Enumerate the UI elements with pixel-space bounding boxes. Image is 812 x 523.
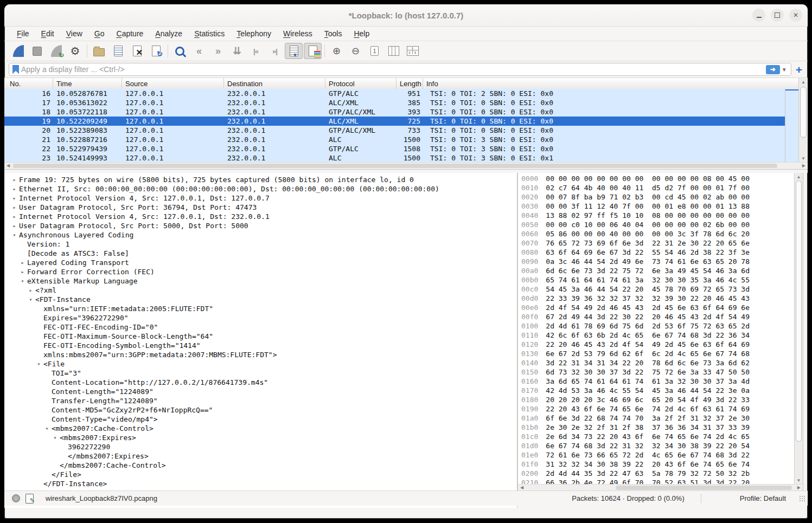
hex-row[interactable]: 007076 65 72 73 69 6f 6e 3d 22 31 2e 30 … bbox=[521, 238, 794, 248]
packet-list-vscroll-thumb[interactable] bbox=[800, 87, 807, 138]
hex-row[interactable]: 01a06f 6e 3d 22 68 74 74 70 3a 2f 2f 31 … bbox=[521, 414, 794, 423]
save-file-button[interactable] bbox=[109, 43, 127, 59]
auto-scroll-button[interactable]: ▼ bbox=[285, 43, 303, 59]
menu-file[interactable]: File bbox=[12, 28, 34, 39]
detail-row[interactable]: ▾Asynchronous Layered Coding bbox=[4, 230, 517, 240]
hex-bytes[interactable]: 13 88 02 97 ff f5 10 10 08 00 00 00 00 0… bbox=[546, 211, 750, 219]
zoom-in-button[interactable]: ⊕ bbox=[328, 43, 346, 59]
hex-bytes[interactable]: 72 61 6e 73 66 65 72 2d 4c 65 6e 67 74 6… bbox=[546, 451, 750, 459]
detail-row[interactable]: xmlns="urn:IETF:metadata:2005:FLUTE:FDT" bbox=[4, 304, 517, 313]
detail-row[interactable]: ▸Frame 19: 725 bytes on wire (5800 bits)… bbox=[4, 175, 517, 184]
hex-row[interactable]: 01e072 61 6e 73 66 65 72 2d 4c 65 6e 67 … bbox=[521, 450, 794, 460]
start-capture-button[interactable] bbox=[9, 43, 27, 59]
last-packet-button[interactable]: »| bbox=[266, 43, 284, 59]
tree-collapsed-icon[interactable]: ▸ bbox=[10, 221, 19, 230]
column-header-length[interactable]: Length bbox=[397, 78, 423, 89]
detail-row[interactable]: ▸Internet Protocol Version 4, Src: 127.0… bbox=[4, 193, 517, 203]
hex-bytes[interactable]: 6d 73 32 30 30 37 3d 22 75 72 6e 3a 33 4… bbox=[546, 368, 750, 376]
hex-bytes[interactable]: 3d 22 31 34 31 34 22 20 78 6d 6c 6e 73 3… bbox=[546, 359, 750, 367]
hex-bytes[interactable]: 00 00 00 00 00 00 00 00 00 00 00 00 08 0… bbox=[546, 175, 750, 183]
hex-bytes[interactable]: 6e 67 74 68 3d 22 31 32 32 34 30 38 39 2… bbox=[546, 442, 750, 450]
detail-row[interactable]: ▸Forward Error Correction (FEC) bbox=[4, 267, 517, 276]
hex-row[interactable]: 00a06d 6c 6e 73 3d 22 75 72 6e 3a 49 45 … bbox=[521, 266, 794, 275]
packet-row-21[interactable]: 2110.522887216127.0.0.1232.0.0.1ALC1500T… bbox=[4, 135, 785, 144]
hex-bytes[interactable]: 54 45 3a 46 44 54 22 20 45 78 70 69 72 6… bbox=[546, 285, 750, 293]
detail-row[interactable]: ▸Layered Coding Transport bbox=[4, 258, 517, 267]
packet-row-20[interactable]: 2010.522389083127.0.0.1232.0.0.1GTP/ALC/… bbox=[4, 126, 785, 135]
display-filter-input[interactable]: Apply a display filter ... <Ctrl-/> ➜ ▼ bbox=[9, 63, 791, 76]
menu-telephony[interactable]: Telephony bbox=[232, 28, 276, 39]
scroll-left-icon[interactable]: ◀ bbox=[7, 163, 10, 168]
zoom-out-button[interactable]: ⊖ bbox=[347, 43, 365, 59]
detail-row[interactable]: TOI="3" bbox=[4, 369, 517, 378]
tree-collapsed-icon[interactable]: ▸ bbox=[10, 175, 19, 184]
hex-bytes[interactable]: 65 74 61 64 61 74 61 3a 32 30 30 35 3a 4… bbox=[546, 276, 750, 284]
close-file-button[interactable]: ✕ bbox=[128, 43, 146, 59]
hex-row[interactable]: 00b065 74 61 64 61 74 61 3a 32 30 30 35 … bbox=[521, 275, 794, 285]
scroll-right-icon[interactable]: ▶ bbox=[797, 485, 801, 490]
hex-row[interactable]: 011042 6c 6f 63 6b 2d 4c 65 6e 67 74 68 … bbox=[521, 331, 794, 340]
hex-vscrollbar[interactable]: ▲ ▼ bbox=[794, 173, 803, 485]
hex-bytes[interactable]: 00 00 3f 11 12 40 7f 00 00 01 e8 00 00 0… bbox=[546, 202, 750, 210]
detail-row[interactable]: ▾<mbms2007:Cache-Control> bbox=[4, 424, 517, 433]
column-header-time[interactable]: Time bbox=[53, 78, 122, 89]
colorize-button[interactable] bbox=[304, 43, 322, 59]
hex-bytes[interactable]: 42 4d 53 3a 46 4c 55 54 45 3a 46 44 54 2… bbox=[546, 386, 750, 395]
layout-panes-button[interactable]: 123 bbox=[404, 43, 421, 59]
go-forward-button[interactable]: » bbox=[209, 43, 227, 59]
hex-row[interactable]: 00900a 3c 46 44 54 2d 49 6e 73 74 61 6e … bbox=[521, 257, 794, 266]
hex-bytes[interactable]: 63 6f 64 69 6e 67 3d 22 55 54 46 2d 38 2… bbox=[546, 248, 750, 256]
detail-row[interactable]: ▾<mbms2007:Expires> bbox=[4, 433, 517, 442]
tree-collapsed-icon[interactable]: ▸ bbox=[10, 193, 19, 203]
add-filter-button-icon[interactable]: + bbox=[795, 64, 803, 75]
detail-row[interactable]: </mbms2007:Cache-Control> bbox=[4, 461, 517, 470]
menu-edit[interactable]: Edit bbox=[36, 28, 59, 39]
hex-row[interactable]: 018020 20 20 20 3c 46 69 6c 65 20 54 4f … bbox=[521, 395, 794, 404]
tree-expanded-icon[interactable]: ▾ bbox=[50, 433, 60, 442]
detail-row[interactable]: [Decode as ATSC3: False] bbox=[4, 249, 517, 258]
hex-row[interactable]: 01506d 73 32 30 30 37 3d 22 75 72 6e 3a … bbox=[521, 367, 794, 377]
detail-row[interactable]: Content-Length="1224089" bbox=[4, 387, 517, 396]
hex-row[interactable]: 01d06e 67 74 68 3d 22 31 32 32 34 30 38 … bbox=[521, 441, 794, 450]
detail-row[interactable]: FEC-OTI-Maximum-Source-Block-Length="64" bbox=[4, 332, 517, 341]
title-bar[interactable]: *Loopback: lo (host 127.0.0.7) ✕ bbox=[4, 4, 808, 27]
packet-row-17[interactable]: 1710.053613022127.0.0.1232.0.0.1ALC/XML3… bbox=[4, 98, 785, 107]
hex-bytes[interactable]: 6f 6e 3d 22 68 74 74 70 3a 2f 2f 31 32 3… bbox=[546, 414, 750, 422]
intelligent-scrollbar-minimap[interactable] bbox=[785, 89, 799, 163]
detail-row[interactable]: FEC-OTI-Encoding-Symbol-Length="1414" bbox=[4, 341, 517, 350]
packet-row-23[interactable]: 2310.524149993127.0.0.1232.0.0.1ALC1500T… bbox=[4, 153, 785, 163]
menu-view[interactable]: View bbox=[61, 28, 87, 39]
tree-collapsed-icon[interactable]: ▸ bbox=[10, 212, 19, 221]
capture-options-button[interactable]: ⚙ bbox=[66, 43, 84, 59]
packet-list-hscrollbar[interactable]: ◀ ▶ bbox=[4, 162, 808, 169]
menu-capture[interactable]: Capture bbox=[112, 28, 149, 39]
hex-bytes[interactable]: 2e 6d 34 73 22 20 43 6f 6e 74 65 6e 74 2… bbox=[546, 432, 750, 441]
zoom-original-button[interactable]: 1 bbox=[366, 43, 383, 59]
menu-analyze[interactable]: Analyze bbox=[150, 28, 187, 39]
hex-bytes[interactable]: 31 32 32 34 30 38 39 22 20 43 6f 6e 74 6… bbox=[546, 460, 750, 468]
resize-grip[interactable] bbox=[799, 495, 805, 502]
resize-columns-button[interactable] bbox=[385, 43, 402, 59]
detail-row[interactable]: xmlns:mbms2007="urn:3GPP:metadata:2007:M… bbox=[4, 350, 517, 359]
hex-bytes[interactable]: 3a 6d 65 74 61 64 61 74 61 3a 32 30 30 3… bbox=[546, 377, 750, 385]
detail-row[interactable]: FEC-OTI-FEC-Encoding-ID="0" bbox=[4, 322, 517, 332]
menu-help[interactable]: Help bbox=[349, 28, 374, 39]
hex-row[interactable]: 01c02e 6d 34 73 22 20 43 6f 6e 74 65 6e … bbox=[521, 432, 794, 441]
scroll-up-icon[interactable]: ▲ bbox=[795, 175, 803, 179]
column-header-info[interactable]: Info bbox=[423, 78, 808, 89]
expert-info-icon[interactable] bbox=[12, 494, 20, 502]
capture-comment-icon[interactable] bbox=[25, 494, 34, 503]
scroll-left-icon[interactable]: ◀ bbox=[520, 485, 523, 490]
tree-expanded-icon[interactable]: ▾ bbox=[18, 276, 27, 286]
hex-row[interactable]: 01603a 6d 65 74 61 64 61 74 61 3a 32 30 … bbox=[521, 377, 794, 386]
menu-statistics[interactable]: Statistics bbox=[189, 28, 229, 39]
hex-row[interactable]: 01b02e 30 2e 32 2f 31 2f 38 37 36 36 34 … bbox=[521, 423, 794, 432]
detail-row[interactable]: </mbms2007:Expires> bbox=[4, 451, 517, 461]
scroll-up-icon[interactable]: ▲ bbox=[799, 80, 808, 85]
tree-collapsed-icon[interactable]: ▸ bbox=[18, 267, 27, 276]
packet-list-hscroll-thumb[interactable] bbox=[13, 164, 777, 168]
hex-bytes[interactable]: 22 20 46 45 43 2d 4f 54 49 2d 45 6e 63 6… bbox=[546, 340, 750, 348]
menu-wireless[interactable]: Wireless bbox=[278, 28, 317, 39]
column-header-source[interactable]: Source bbox=[122, 78, 224, 89]
detail-row[interactable]: Content-MD5="GcZxy2rP2+f6+NrIoppRcQ==" bbox=[4, 405, 517, 415]
